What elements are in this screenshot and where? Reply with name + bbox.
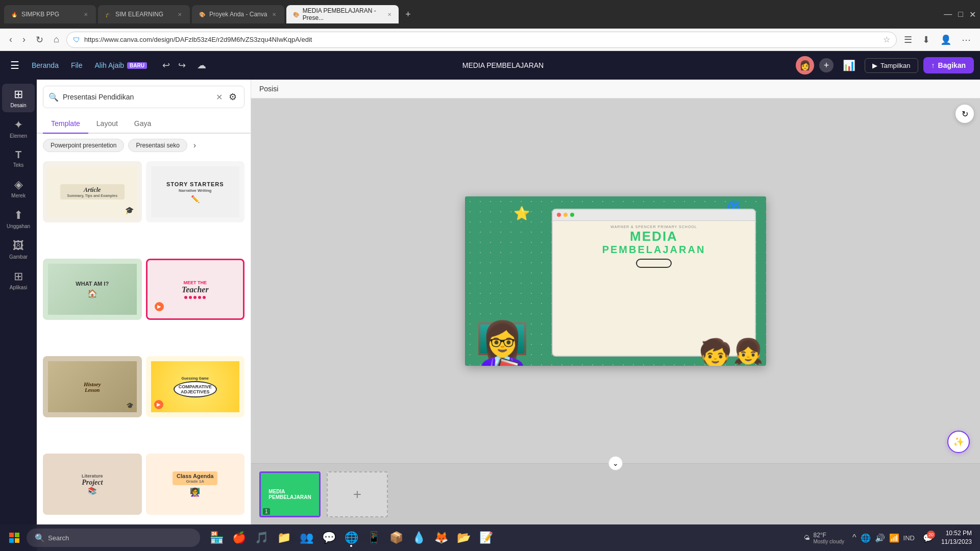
- taskbar-teams[interactable]: 👥: [296, 528, 316, 548]
- tab1-title: SIMPKB PPG: [21, 11, 59, 18]
- refresh-canvas-button[interactable]: ↻: [955, 105, 974, 123]
- taskbar-amazon[interactable]: 📦: [386, 528, 406, 548]
- weather-widget[interactable]: 🌤 82°F Mostly cloudy: [800, 530, 848, 546]
- canva-beranda[interactable]: Beranda: [28, 59, 63, 71]
- sidebar-item-unggahan[interactable]: ⬆ Unggahan: [2, 205, 35, 233]
- new-tab-button[interactable]: +: [401, 7, 415, 21]
- template-whatami[interactable]: WHAT AM I? 🏠: [43, 259, 142, 320]
- slide-canvas[interactable]: ⭐ 🌀 👩‍🏫: [465, 196, 766, 366]
- taskbar-files[interactable]: 📁: [274, 528, 294, 548]
- sound-icon[interactable]: 🔊: [875, 533, 885, 543]
- taskbar-photos[interactable]: 🍎: [229, 528, 249, 548]
- taskbar-search[interactable]: 🔍 Search: [27, 529, 200, 547]
- downloads-button[interactable]: ⬇: [919, 32, 933, 47]
- template-comparative[interactable]: Guessing Game COMPARATIVE ADJECTIVES ▶: [146, 356, 245, 417]
- bagikan-button[interactable]: ↑ Bagikan: [923, 57, 974, 73]
- template-history[interactable]: History Lesson 🎓: [43, 356, 142, 417]
- sidebar-item-elemen[interactable]: ✦ Elemen: [2, 114, 35, 143]
- sidebar-item-desain[interactable]: ⊞ Desain: [2, 84, 35, 112]
- sidebar-item-aplikasi[interactable]: ⊞ Aplikasi: [2, 266, 35, 294]
- window-minimize[interactable]: —: [944, 10, 952, 19]
- canvas-workspace[interactable]: ⭐ 🌀 👩‍🏫: [251, 98, 980, 463]
- canva-file[interactable]: File: [67, 59, 87, 71]
- tab-media[interactable]: 🎨 MEDIA PEMBELAJARAN - Prese... ✕: [286, 5, 399, 23]
- search-icon: 🔍: [48, 92, 59, 102]
- favorites-button[interactable]: ☰: [901, 32, 915, 47]
- template-literature[interactable]: Literature Project 📚: [43, 454, 142, 515]
- taskbar-edge[interactable]: 🌐: [341, 528, 361, 548]
- canva-menu-button[interactable]: ☰: [6, 57, 23, 73]
- network-icon[interactable]: 🌐: [861, 533, 871, 543]
- school-subtitle: WARNER & SPENCER PRIMARY SCHOOL: [559, 225, 749, 229]
- start-button[interactable]: [4, 528, 24, 548]
- tampilkan-label: Tampilkan: [880, 62, 911, 69]
- add-user-button[interactable]: +: [819, 58, 834, 72]
- collapse-panel-button[interactable]: ⌄: [608, 456, 623, 470]
- user-avatar[interactable]: 👩: [796, 56, 814, 74]
- taskbar-samsung[interactable]: 📱: [363, 528, 384, 548]
- panel-tabs: Template Layout Gaya: [37, 114, 251, 134]
- bookmark-button[interactable]: ☆: [883, 35, 890, 44]
- back-button[interactable]: ‹: [6, 32, 15, 47]
- tab1-close[interactable]: ✕: [82, 10, 90, 18]
- taskbar-music[interactable]: 🎵: [251, 528, 272, 548]
- window-maximize[interactable]: □: [958, 10, 963, 19]
- canva-magic[interactable]: Alih Ajaib BARU: [91, 59, 151, 71]
- url-text: https://www.canva.com/design/DAFzlb53z4E…: [84, 36, 879, 43]
- sidebar-item-teks[interactable]: T Teks: [2, 145, 35, 172]
- add-slide-button[interactable]: +: [327, 471, 388, 517]
- sidebar-item-merek[interactable]: ◈ Merek: [2, 174, 35, 203]
- tag-presentasi[interactable]: Presentasi seko: [128, 139, 187, 152]
- tab1-favicon: 🔥: [10, 10, 18, 18]
- slide-thumb-1[interactable]: MEDIAPEMBELAJARAN 1: [259, 471, 321, 517]
- ai-magic-button[interactable]: ✨: [947, 431, 970, 453]
- share-icon: ↑: [932, 61, 935, 69]
- search-filter-button[interactable]: ⚙: [227, 90, 239, 104]
- tab3-close[interactable]: ✕: [270, 10, 278, 18]
- chevron-icon[interactable]: ^: [852, 533, 856, 542]
- taskbar-folder[interactable]: 📂: [453, 528, 474, 548]
- profile-button[interactable]: 👤: [937, 32, 954, 47]
- notification-center[interactable]: 💬 20: [919, 529, 937, 547]
- clock-widget[interactable]: 10:52 PM 11/13/2023: [941, 529, 972, 546]
- settings-button[interactable]: ⋯: [959, 32, 974, 47]
- taskbar-store[interactable]: 🏪: [206, 528, 227, 548]
- window-close[interactable]: ✕: [969, 10, 976, 19]
- taskbar-word[interactable]: 📝: [476, 528, 496, 548]
- tag-arrow-button[interactable]: ›: [191, 139, 198, 152]
- wifi-icon[interactable]: 📶: [889, 533, 899, 543]
- tab-sim[interactable]: 🎓 SIM ELEARNING ✕: [98, 5, 190, 23]
- tab-template[interactable]: Template: [43, 114, 88, 134]
- analytics-button[interactable]: 📊: [839, 57, 860, 73]
- forward-button[interactable]: ›: [19, 32, 29, 47]
- home-button[interactable]: ⌂: [51, 32, 62, 47]
- tab-simpkb[interactable]: 🔥 SIMPKB PPG ✕: [4, 5, 96, 23]
- sidebar-item-gambar[interactable]: 🖼 Gambar: [2, 235, 35, 264]
- tab-proyek[interactable]: 🎨 Proyek Anda - Canva ✕: [192, 5, 284, 23]
- search-box[interactable]: 🔍 ✕ ⚙: [43, 86, 244, 108]
- template-class-agenda[interactable]: Class Agenda Grade 1A 👩‍🏫: [146, 454, 245, 515]
- taskbar-zoom[interactable]: 💬: [318, 528, 339, 548]
- unggahan-label: Unggahan: [7, 223, 30, 229]
- tab-gaya[interactable]: Gaya: [126, 114, 159, 134]
- canva-app: ☰ Beranda File Alih Ajaib BARU ↩ ↪ ☁ MED…: [0, 51, 980, 551]
- template-article[interactable]: Article Summary, Tips and Examples 🎓: [43, 161, 142, 222]
- template-story[interactable]: STORY STARTERS Narrative Writing ✏️: [146, 161, 245, 222]
- taskbar-firefox[interactable]: 🦊: [431, 528, 451, 548]
- tampilkan-button[interactable]: ▶ Tampilkan: [865, 58, 918, 73]
- search-clear-button[interactable]: ✕: [216, 92, 223, 102]
- tab2-close[interactable]: ✕: [176, 10, 184, 18]
- template-meet-teacher[interactable]: MEET THE Teacher ▶: [146, 259, 245, 320]
- address-input[interactable]: 🛡 https://www.canva.com/design/DAFzlb53z…: [66, 32, 897, 48]
- desain-icon: ⊞: [14, 88, 23, 101]
- search-input[interactable]: [63, 93, 212, 101]
- taskbar-dropbox[interactable]: 💧: [408, 528, 429, 548]
- template-grid: Article Summary, Tips and Examples 🎓 STO…: [37, 157, 251, 551]
- redo-button[interactable]: ↪: [175, 58, 189, 73]
- tab-layout[interactable]: Layout: [88, 114, 126, 134]
- reload-button[interactable]: ↻: [33, 32, 46, 47]
- cloud-save-button[interactable]: ☁: [193, 58, 210, 73]
- undo-button[interactable]: ↩: [159, 58, 173, 73]
- tag-powerpoint[interactable]: Powerpoint presentetion: [43, 139, 124, 152]
- tab4-close[interactable]: ✕: [386, 10, 393, 18]
